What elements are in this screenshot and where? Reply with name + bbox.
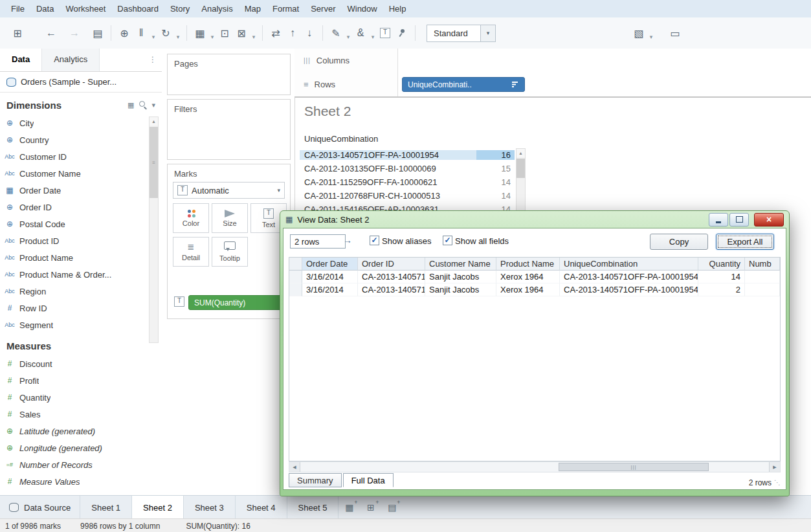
scroll-left-icon[interactable]: ◀ [289, 462, 300, 472]
rows-shelf[interactable]: ≡ Rows UniqueCombinati.. [294, 72, 811, 97]
chevron-down-icon[interactable]: ▾ [208, 22, 216, 45]
filters-card[interactable]: Filters [167, 99, 291, 160]
show-all-fields-checkbox[interactable]: ✓ [443, 236, 452, 245]
columns-shelf[interactable]: ||| Columns [294, 49, 811, 73]
header-cell[interactable]: Numb [745, 258, 780, 271]
redo-button[interactable]: → [66, 24, 83, 42]
measure-number-of-records[interactable]: =# Number of Records [0, 456, 162, 473]
tab-sheet-3[interactable]: Sheet 3 [184, 496, 236, 519]
dimension-customer-id[interactable]: Abc Customer ID [0, 148, 162, 165]
crosstab-column-header[interactable]: UniqueCombination [304, 134, 378, 144]
data-cell[interactable]: 2 [698, 283, 745, 296]
chevron-down-icon[interactable]: ▾ [174, 22, 182, 45]
data-cell[interactable]: 14 [698, 271, 745, 283]
data-cell[interactable]: CA-2013-140571 [358, 271, 425, 283]
dimension-product-name-order[interactable]: Abc Product Name & Order... [0, 266, 162, 283]
chevron-down-icon[interactable]: ▾ [480, 25, 495, 41]
new-story-button[interactable]: ▤ [381, 496, 403, 519]
show-aliases-checkbox[interactable]: ✓ [370, 236, 379, 245]
table-row[interactable]: CA-2013-140571OFF-PA-10001954 16 [300, 148, 515, 162]
menu-data[interactable]: Data [30, 1, 60, 17]
menu-server[interactable]: Server [305, 1, 341, 17]
dimension-product-name[interactable]: Abc Product Name [0, 249, 162, 266]
row-value[interactable]: 14 [476, 177, 515, 187]
chevron-down-icon[interactable]: ▾ [250, 22, 258, 45]
presentation-mode-button[interactable]: ▭ [667, 24, 683, 42]
save-button[interactable]: ▤ [89, 24, 106, 42]
new-worksheet-button[interactable]: ▦ [192, 24, 208, 42]
tab-sheet-4[interactable]: Sheet 4 [236, 496, 287, 519]
minimize-button[interactable] [709, 213, 728, 227]
measure-discount[interactable]: # Discount [0, 355, 162, 372]
new-worksheet-button[interactable]: ▦ [339, 496, 360, 519]
data-cell[interactable]: 3/16/2014 [302, 283, 358, 296]
measure-sales[interactable]: # Sales [0, 406, 162, 423]
pause-auto-updates-button[interactable]: ‖ [133, 24, 150, 42]
menu-file[interactable]: File [5, 1, 30, 17]
tab-sheet-2[interactable]: Sheet 2 [132, 496, 184, 519]
tab-analytics[interactable]: Analytics [41, 49, 100, 71]
data-cell[interactable]: Xerox 1964 [496, 271, 560, 283]
tab-full-data[interactable]: Full Data [343, 473, 394, 487]
header-cell[interactable]: Product Name [496, 258, 560, 271]
menu-map[interactable]: Map [239, 1, 267, 17]
row-count-input[interactable] [290, 234, 346, 249]
dialog-title-bar[interactable]: ▦ View Data: Sheet 2 × [283, 211, 786, 228]
menu-format[interactable]: Format [267, 1, 305, 17]
dimension-row-id[interactable]: # Row ID [0, 300, 162, 316]
fix-axes-button[interactable] [394, 24, 410, 42]
table-row[interactable]: CA-2011-115259OFF-FA-10000621 14 [300, 175, 515, 189]
color-button[interactable]: Color [173, 203, 209, 233]
tableau-logo-icon[interactable]: ⊞ [9, 24, 26, 42]
menu-worksheet[interactable]: Worksheet [60, 1, 111, 17]
new-datasource-button[interactable]: ⊕ [116, 24, 133, 42]
size-button[interactable]: Size [212, 203, 248, 233]
data-cell[interactable]: Sanjit Jacobs [425, 271, 496, 283]
run-update-button[interactable]: ↻ [157, 24, 174, 42]
view-as-grid-icon[interactable]: ▦ [128, 101, 134, 109]
dimension-order-id[interactable]: ⊕ Order ID [0, 199, 162, 216]
measure-quantity[interactable]: # Quantity [0, 389, 162, 406]
menu-story[interactable]: Story [164, 1, 195, 17]
marks-card[interactable]: Marks T Automatic ▾ Color Size T Text ≣ … [167, 164, 291, 319]
row-label[interactable]: CA-2012-103135OFF-BI-10000069 [300, 164, 476, 173]
show-mark-labels-button[interactable]: T [377, 24, 394, 42]
data-cell[interactable]: CA-2013-140571OFF-PA-10001954 [560, 271, 698, 283]
horizontal-scrollbar[interactable]: ◀ ||| ▶ [289, 461, 781, 472]
measure-profit[interactable]: # Profit [0, 372, 162, 389]
table-row[interactable]: CA-2012-103135OFF-BI-10000069 15 [300, 162, 515, 175]
dimension-product-id[interactable]: Abc Product ID [0, 232, 162, 249]
pane-options-icon[interactable]: ⋮ [144, 49, 162, 71]
row-label[interactable]: CA-2011-115259OFF-FA-10000621 [300, 177, 476, 187]
scroll-up-icon[interactable]: ▲ [517, 149, 525, 157]
fit-dropdown[interactable]: Standard ▾ [427, 25, 496, 42]
dimension-segment[interactable]: Abc Segment [0, 316, 162, 333]
menu-help[interactable]: Help [383, 1, 412, 17]
tab-data[interactable]: Data [0, 49, 41, 71]
tab-data-source[interactable]: Data Source [0, 496, 80, 519]
search-icon[interactable] [139, 100, 147, 110]
group-members-button[interactable]: & [352, 24, 369, 42]
export-all-button[interactable]: Export All [716, 234, 774, 250]
clear-sheet-button[interactable]: ⊠ [233, 24, 250, 42]
copy-button[interactable]: Copy [650, 234, 708, 250]
data-cell[interactable] [745, 271, 780, 283]
sort-ascending-button[interactable]: ↑ [284, 24, 301, 42]
duplicate-sheet-button[interactable]: ⊡ [216, 24, 233, 42]
chevron-down-icon[interactable]: ▾ [150, 22, 157, 45]
chevron-down-icon[interactable]: ▾ [369, 22, 377, 45]
rows-shelf-pill[interactable]: UniqueCombinati.. [402, 77, 525, 92]
dimension-order-date[interactable]: ▦ Order Date [0, 182, 162, 199]
tab-sheet-1[interactable]: Sheet 1 [80, 496, 132, 519]
table-row[interactable]: CA-2011-120768FUR-CH-10000513 14 [300, 189, 515, 203]
dimensions-scrollbar[interactable]: ▲ ≡ [149, 116, 159, 343]
row-value[interactable]: 14 [476, 191, 515, 201]
dimension-postal-code[interactable]: ⊕ Postal Code [0, 216, 162, 232]
menu-dashboard[interactable]: Dashboard [111, 1, 164, 17]
apply-rows-icon[interactable]: → [343, 235, 352, 245]
sort-descending-button[interactable]: ↓ [301, 24, 318, 42]
scrollbar-thumb[interactable] [517, 159, 525, 178]
row-label[interactable]: CA-2013-140571OFF-PA-10001954 [300, 150, 476, 160]
dimension-city[interactable]: ⊕ City [0, 115, 162, 131]
tooltip-button[interactable]: Tooltip [212, 237, 248, 267]
